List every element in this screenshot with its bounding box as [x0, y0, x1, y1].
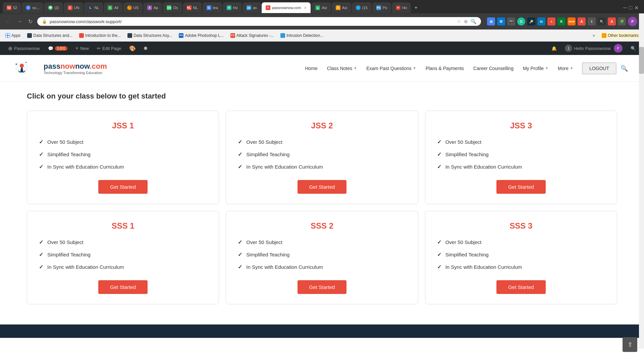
bookmark-apps[interactable]: Apps	[3, 32, 23, 39]
minimize-button[interactable]: ─	[623, 5, 627, 11]
bookmark-other[interactable]: Other bookmarks	[599, 32, 641, 39]
browser-tab[interactable]: A Ap	[143, 2, 162, 13]
wp-new-item[interactable]: + New	[71, 42, 93, 55]
ext-puzzle-icon[interactable]: 🧩	[618, 17, 626, 25]
ext-bookmark-icon[interactable]: ⊞	[487, 17, 495, 25]
browser-tab[interactable]: NL NL	[183, 2, 202, 13]
browser-tab[interactable]: S so...	[22, 2, 43, 13]
scrollbar[interactable]	[639, 13, 644, 338]
bookmark-ds2[interactable]: Data Structures Asy...	[125, 32, 175, 39]
forward-button[interactable]: →	[15, 17, 23, 26]
ext-screenshot-icon[interactable]: 📷	[507, 17, 515, 25]
lens-icon[interactable]: ⊕	[464, 19, 468, 24]
address-bar: ← → ↻ 🔒 passnownow.com/classwork-support…	[0, 13, 644, 29]
wp-notification-icon[interactable]: 🔔	[547, 42, 561, 55]
browser-tab[interactable]: 💬 (2)	[44, 2, 63, 13]
bookmark-ds1[interactable]: Data Structures and...	[24, 32, 75, 39]
ext-red-icon[interactable]: A	[578, 17, 586, 25]
get-started-jss2[interactable]: Get Started	[298, 180, 347, 194]
browser-tab[interactable]: 52 52	[3, 2, 21, 13]
bookmark-other-label: Other bookmarks	[608, 33, 639, 38]
browser-tab[interactable]: G All	[104, 2, 122, 13]
back-to-top-button[interactable]: ⇧	[623, 337, 637, 338]
get-started-sss3[interactable]: Get Started	[496, 280, 546, 294]
get-started-jss1[interactable]: Get Started	[98, 180, 148, 194]
tab-favicon: H	[396, 5, 400, 10]
ext-badge-icon[interactable]: 4	[547, 17, 555, 25]
get-started-sss1[interactable]: Get Started	[98, 280, 148, 294]
bookmark-intrusion[interactable]: Intrusion Detection...	[278, 32, 326, 39]
wp-comments-item[interactable]: 💬 3,831	[44, 42, 71, 55]
wp-edit-page-item[interactable]: ✏ Edit Page	[93, 42, 125, 55]
close-button[interactable]: ✕	[634, 5, 639, 11]
wp-avatar: P	[614, 44, 623, 53]
logo-now: now	[60, 62, 75, 70]
site-search-icon[interactable]: 🔍	[618, 62, 631, 75]
browser-tab[interactable]: A Asi	[332, 2, 351, 13]
nav-more[interactable]: More ▼	[554, 63, 577, 74]
browser-tab[interactable]: D UN	[64, 2, 84, 13]
plus-icon: +	[75, 45, 78, 51]
card-title-sss2: SSS 2	[238, 221, 406, 231]
more-bookmarks[interactable]: »	[590, 33, 598, 38]
class-card-jss2: JSS 2 ✓ Over 50 Subject ✓ Simplified Tea…	[226, 111, 418, 204]
card-title-sss1: SSS 1	[39, 221, 207, 231]
logout-button[interactable]: LOGOUT	[582, 62, 616, 74]
tab-close-icon[interactable]: ✕	[304, 6, 307, 10]
new-tab-button[interactable]: +	[412, 5, 420, 11]
class-card-sss3: SSS 3 ✓ Over 50 Subject ✓ Simplified Tea…	[425, 211, 617, 304]
nav-career[interactable]: Career Counselling	[469, 63, 518, 74]
feature-item: ✓ Simplified Teaching	[39, 251, 207, 258]
feature-item: ✓ Simplified Teaching	[238, 151, 406, 158]
ext-1password-icon[interactable]: 🔑	[527, 17, 535, 25]
browser-tab[interactable]: G tea	[203, 2, 222, 13]
browser-tab[interactable]: H Ho	[223, 2, 242, 13]
wp-dot-item[interactable]	[140, 42, 151, 55]
site-logo[interactable]: ★ ★ passnownow.com Technology Transformi…	[13, 59, 107, 77]
ext-search-ext-icon[interactable]: 🔍	[598, 17, 606, 25]
wp-search-item[interactable]: 🔍	[627, 42, 640, 55]
ext-counter-icon[interactable]: 1	[588, 17, 596, 25]
search-url-icon[interactable]: 🔍	[471, 19, 476, 24]
ext-grammarly-icon[interactable]: G	[517, 17, 525, 25]
browser-tab[interactable]: as as	[243, 2, 261, 13]
wp-logo-item[interactable]: ⊕ Passnownow	[4, 42, 44, 55]
nav-class-notes[interactable]: Class Notes ▼	[323, 63, 361, 74]
refresh-button[interactable]: ↻	[27, 17, 34, 26]
check-icon: ✓	[437, 164, 441, 170]
browser-tab[interactable]: 🍊 US	[123, 2, 143, 13]
feature-item: ✓ In Sync with Education Curriculum	[39, 264, 207, 270]
footer-bar	[0, 324, 644, 338]
browser-tab[interactable]: 🐦 (15	[352, 2, 372, 13]
nav-plans[interactable]: Plans & Payments	[422, 63, 468, 74]
bookmark-adobe[interactable]: PS Adobe Photoshop L...	[176, 32, 226, 39]
browser-tab[interactable]: L NL	[84, 2, 103, 13]
nav-my-profile[interactable]: My Profile ▼	[519, 63, 552, 74]
browser-tab[interactable]: g Asi	[311, 2, 331, 13]
browser-tab[interactable]: Os Os	[163, 2, 182, 13]
tab-favicon: 🍊	[127, 5, 132, 10]
wp-howdy-item[interactable]: 1 Hello Passnownow P	[561, 42, 627, 55]
back-button[interactable]: ←	[4, 17, 12, 26]
maximize-button[interactable]: □	[629, 5, 632, 11]
bookmark-attack[interactable]: F5 Attack Signatures -...	[228, 32, 276, 39]
get-started-sss2[interactable]: Get Started	[298, 280, 347, 294]
browser-tab[interactable]: H Ho	[392, 2, 411, 13]
nav-exam-questions[interactable]: Exam Past Questions ▼	[362, 63, 420, 74]
ext-new-icon[interactable]: NEW	[568, 17, 576, 25]
get-started-jss3[interactable]: Get Started	[496, 180, 546, 194]
star-icon[interactable]: ☆	[457, 19, 461, 24]
profile-avatar[interactable]: P	[628, 17, 637, 26]
wp-customize-icon-item[interactable]: 🎨	[125, 42, 140, 55]
bookmark-intro[interactable]: Introduction to the...	[76, 32, 123, 39]
browser-tab[interactable]: Po Po	[372, 2, 391, 13]
ext-ms-icon[interactable]: M	[497, 17, 505, 25]
ext-kaspersky-icon[interactable]: K	[557, 17, 566, 25]
url-bar[interactable]: 🔒 passnownow.com/classwork-support/ ☆ ⊕ …	[37, 17, 481, 26]
scroll-thumb[interactable]	[639, 47, 644, 74]
tab-favicon: P	[266, 5, 270, 10]
ext-linkedin-icon[interactable]: in	[537, 17, 545, 25]
nav-home[interactable]: Home	[301, 63, 321, 74]
active-tab[interactable]: P passnownow.com ✕	[262, 2, 311, 13]
ext-adobe-icon[interactable]: A	[608, 17, 616, 25]
